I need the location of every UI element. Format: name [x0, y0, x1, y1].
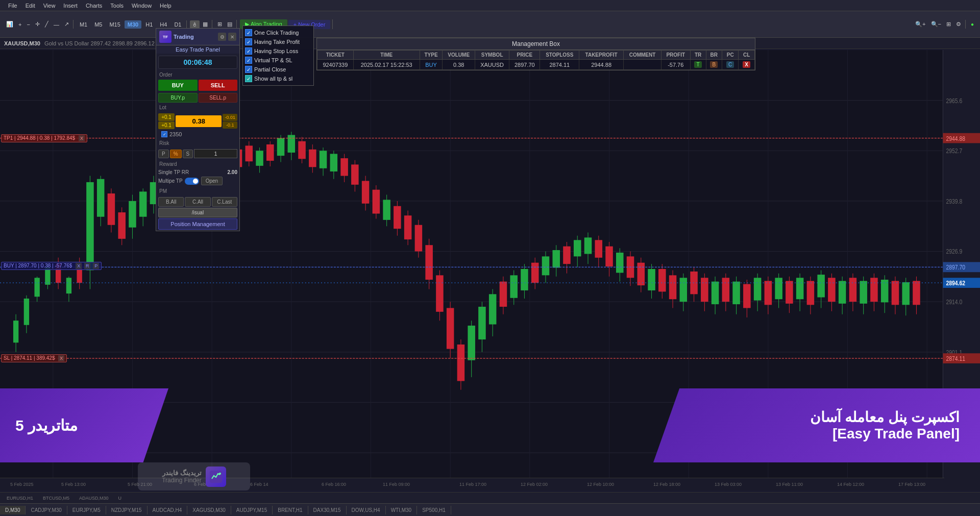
crosshair-btn[interactable]: ✛	[33, 20, 42, 29]
svg-rect-94	[394, 206, 401, 229]
cell-pc[interactable]: C	[722, 60, 739, 70]
menu-tools[interactable]: Tools	[106, 2, 128, 10]
svg-rect-104	[447, 308, 454, 349]
tab-audjpy[interactable]: AUDJPY,M15	[231, 506, 273, 514]
sell-p-button[interactable]: SELL.p	[199, 93, 238, 103]
line-btn[interactable]: ╱	[43, 20, 51, 29]
hline-btn[interactable]: —	[52, 20, 61, 29]
lot-minus-01-btn[interactable]: -0.1	[223, 121, 237, 129]
sym-tab-u[interactable]: U	[114, 494, 127, 502]
menu-insert[interactable]: Insert	[59, 2, 82, 10]
lot-minus-001-btn[interactable]: -0.01	[223, 114, 237, 121]
checkbox-one-click[interactable]: ✓	[245, 29, 252, 36]
tab-brent[interactable]: BRENT,H1	[273, 506, 308, 514]
tab-xagusd[interactable]: XAGUSD,M30	[187, 506, 231, 514]
buy-p-button[interactable]: BUY.p	[158, 93, 198, 103]
tab-cadjpy[interactable]: CADJPY,M30	[26, 506, 67, 514]
cell-br[interactable]: B	[706, 60, 722, 70]
menu-help[interactable]: Help	[156, 2, 176, 10]
risk-pct-btn[interactable]: %	[170, 150, 182, 158]
risk-p-btn[interactable]: P	[158, 150, 169, 158]
tab-audcad[interactable]: AUDCAD,H4	[148, 506, 188, 514]
buy-r-btn[interactable]: R	[84, 263, 91, 269]
panel-close-btn[interactable]: ✕	[228, 33, 236, 41]
svg-rect-124	[552, 250, 560, 268]
risk-value-input[interactable]	[194, 149, 237, 158]
svg-text:2874.11: 2874.11	[946, 355, 965, 362]
tab-dow[interactable]: DOW,US,H4	[347, 506, 386, 514]
buy-p-btn2[interactable]: P	[93, 263, 99, 269]
properties-btn[interactable]: ⚙	[954, 20, 963, 29]
tf-m30[interactable]: M30	[125, 20, 141, 29]
grid-btn[interactable]: ⊞	[944, 20, 953, 29]
tab-dax30[interactable]: DAX30,M15	[308, 506, 347, 514]
templates-btn[interactable]: ▤	[225, 20, 234, 29]
tr-button[interactable]: T	[694, 61, 701, 68]
c-last-btn[interactable]: C.Last	[212, 197, 237, 207]
single-tp-rr-value: 2.00	[228, 169, 237, 175]
menu-file[interactable]: File	[4, 2, 21, 10]
tab-nzdjpy[interactable]: NZDJPY,M15	[106, 506, 148, 514]
tf-m5[interactable]: M5	[91, 20, 105, 29]
b-all-btn[interactable]: B.All	[158, 197, 184, 207]
new-chart-btn[interactable]: 📊	[4, 20, 15, 29]
br-button[interactable]: B	[710, 61, 718, 68]
lot-plus-01-btn[interactable]: +0.1	[158, 113, 175, 121]
menu-window[interactable]: Window	[128, 2, 156, 10]
checkbox-take-profit[interactable]: ✓	[245, 38, 252, 45]
sell-button[interactable]: SELL	[199, 80, 238, 91]
lot-checkbox[interactable]: ✓	[161, 131, 167, 137]
cell-ticket: 92407339	[317, 60, 354, 70]
risk-s-btn[interactable]: S	[183, 150, 193, 158]
panel-settings-btn[interactable]: ⚙	[218, 33, 226, 41]
zoom-in-btn[interactable]: +	[16, 20, 23, 29]
tf-m15[interactable]: M15	[106, 20, 123, 29]
checkbox-stop-loss[interactable]: ✓	[245, 47, 252, 55]
sym-tab-eurusd[interactable]: EURUSD,H1	[2, 494, 38, 502]
cell-tr[interactable]: T	[690, 60, 706, 70]
visual-btn[interactable]: /isual	[158, 208, 237, 217]
zoom-chart-in[interactable]: 🔍+	[913, 20, 927, 29]
lot-plus-001-btn[interactable]: +0.1	[158, 121, 175, 129]
c-all-btn[interactable]: C.All	[185, 197, 210, 207]
checkbox-partial-close[interactable]: ✓	[245, 66, 252, 73]
checkbox-show-all[interactable]: ✓	[245, 75, 252, 82]
tab-wti[interactable]: WTI,M30	[386, 506, 418, 514]
menu-charts[interactable]: Charts	[82, 2, 106, 10]
multiple-tp-toggle[interactable]	[185, 178, 199, 185]
sym-tab-adausd[interactable]: ADAUSD,M30	[75, 494, 113, 502]
buy-line-indicator: BUY | 2897.70 | 0.38 | -57.76$ X R P	[0, 266, 944, 266]
tf-m1[interactable]: M1	[77, 20, 90, 29]
cl-button[interactable]: X	[743, 61, 750, 68]
zoom-chart-out[interactable]: 🔍−	[929, 20, 943, 29]
svg-rect-40	[108, 193, 115, 225]
sym-tab-btcusd[interactable]: BTCUSD,M5	[38, 494, 74, 502]
buy-close-btn[interactable]: X	[76, 263, 82, 269]
tab-sp500[interactable]: SP500,H1	[417, 506, 451, 514]
sl-close-btn[interactable]: X	[58, 355, 64, 361]
checkbox-virtual-tp-sl[interactable]: ✓	[245, 57, 252, 64]
menu-view[interactable]: View	[39, 2, 60, 10]
pm-section-label: PM	[156, 187, 239, 195]
trendline-btn[interactable]: ↗	[62, 20, 71, 29]
candlestick-btn[interactable]: 🕯	[190, 20, 200, 29]
pc-button[interactable]: C	[726, 61, 734, 68]
management-box: Management Box TICKET TIME TYPE VOLUME S…	[316, 38, 755, 70]
position-management-btn[interactable]: Position Management	[158, 218, 237, 230]
tab-eurjpy[interactable]: EURJPY,M5	[67, 506, 106, 514]
bar-chart-btn[interactable]: ▦	[201, 20, 210, 29]
buy-button[interactable]: BUY	[158, 80, 198, 91]
svg-rect-170	[796, 278, 804, 299]
tp-close-btn[interactable]: X	[79, 135, 85, 141]
indicators-btn[interactable]: ⊞	[215, 20, 224, 29]
tab-dm30[interactable]: D,M30	[0, 506, 26, 514]
zoom-out-btn[interactable]: −	[24, 20, 32, 29]
cell-cl[interactable]: X	[739, 60, 755, 70]
menu-edit[interactable]: Edit	[21, 2, 39, 10]
tf-d1[interactable]: D1	[171, 20, 184, 29]
tf-h4[interactable]: H4	[157, 20, 170, 29]
open-button[interactable]: Open	[201, 177, 223, 185]
tf-h1[interactable]: H1	[142, 20, 156, 29]
svg-rect-100	[425, 245, 433, 280]
svg-rect-148	[680, 278, 688, 302]
